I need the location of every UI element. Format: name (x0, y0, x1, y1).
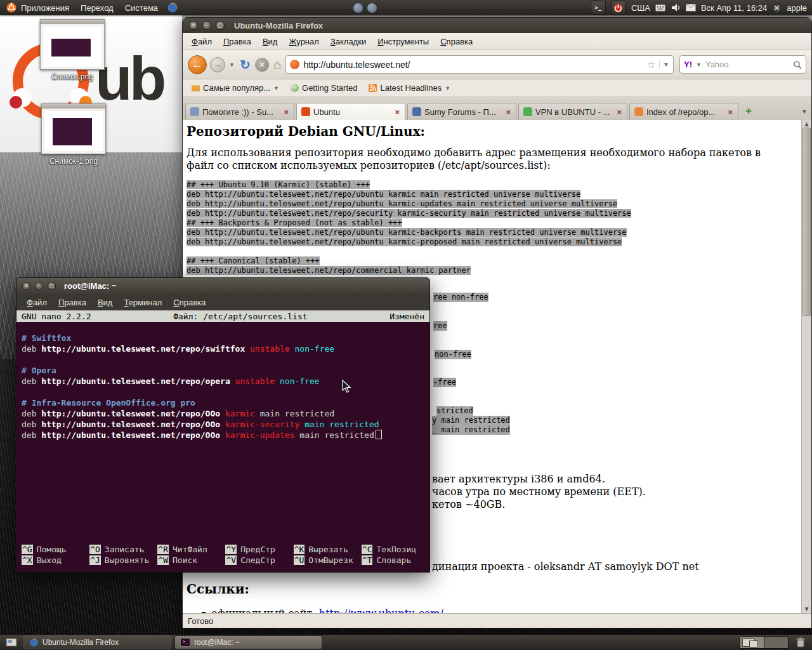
history-dropdown-icon[interactable]: ▼ (228, 62, 235, 68)
home-button[interactable]: ⌂ (272, 57, 283, 72)
terminal-menu-item[interactable]: Терминал (119, 296, 167, 309)
nano-editor-area[interactable]: # Swiftfoxdeb http://ubuntu.telesweet.ne… (16, 322, 429, 543)
screenshot-thumbnail (40, 19, 105, 70)
search-bar[interactable]: Y! ▼ Yahoo (679, 55, 806, 74)
bookmark-latest-headlines[interactable]: Latest Headlines ▼ (365, 82, 454, 94)
terminal-menu-item[interactable]: Вид (93, 296, 118, 309)
show-desktop-icon (6, 638, 17, 647)
window-close-button[interactable]: ✕ (22, 282, 30, 290)
firefox-menu-item[interactable]: Файл (187, 35, 217, 48)
tab[interactable]: Sumy Forums - П...× (407, 103, 516, 120)
firefox-menu-item[interactable]: Журнал (284, 35, 324, 48)
back-button[interactable]: ← (188, 55, 207, 74)
tab[interactable]: VPN в UBUNTU - ...× (518, 103, 627, 120)
window-close-button[interactable]: ✕ (189, 21, 198, 30)
search-placeholder[interactable]: Yahoo (705, 60, 790, 69)
new-tab-button[interactable]: + (740, 104, 757, 118)
terminal-menu-item[interactable]: Файл (22, 296, 52, 309)
tab-close-button[interactable]: × (283, 107, 289, 117)
layout-switch-icon[interactable] (655, 4, 665, 11)
taskbar-item-terminal[interactable]: >_ root@iMac: ~ (174, 635, 322, 649)
window-maximize-button[interactable]: ▢ (216, 21, 225, 30)
firefox-menu-item[interactable]: Инструменты (372, 35, 434, 48)
workspace-1[interactable] (740, 637, 764, 648)
taskbar-item-firefox[interactable]: Ubuntu-Mozilla Firefox (23, 635, 171, 649)
show-desktop-button[interactable] (3, 638, 20, 647)
places-menu[interactable]: Переход (75, 0, 119, 15)
firefox-menu-item[interactable]: Справка (435, 35, 478, 48)
search-engine-dropdown-icon[interactable]: ▼ (695, 62, 702, 68)
panel-applet-icons (353, 3, 377, 13)
terminal-window: ✕ − ▢ root@iMac: ~ ФайлПравкаВидТерминал… (16, 277, 430, 573)
code-line (187, 247, 806, 256)
applications-menu[interactable]: Приложения (0, 0, 75, 15)
firefox-titlebar[interactable]: ✕ − ▢ Ubuntu-Mozilla Firefox (183, 18, 811, 33)
urlbar-dropdown-icon[interactable]: ▼ (659, 61, 669, 68)
window-minimize-button[interactable]: − (35, 282, 43, 290)
vertical-scrollbar[interactable]: ▲ ▼ (801, 120, 811, 613)
workspace-switcher (740, 636, 789, 649)
workspace-2[interactable] (764, 637, 788, 648)
occluded-text-fragment: ree (433, 321, 447, 331)
code-line: ## +++ Ubuntu 9.10 (Karmic) (stable) +++ (187, 180, 806, 190)
occluded-text-fragment: stricted (436, 406, 473, 416)
user-status-icon[interactable] (772, 3, 782, 13)
reload-button[interactable]: ↻ (239, 57, 252, 72)
terminal-line: # Infra-Resource OpenOffice.org pro (22, 397, 429, 408)
tab[interactable]: Index of /repo/op...× (629, 103, 738, 120)
tab[interactable]: Помогите :)) - Su...× (185, 103, 294, 120)
firefox-menu-item[interactable]: Вид (258, 35, 283, 48)
panel-applet-icon[interactable] (367, 3, 377, 13)
clock[interactable]: Вск Апр 11, 16:24 (701, 3, 767, 13)
scroll-down-arrow[interactable]: ▼ (802, 606, 811, 612)
volume-icon[interactable] (671, 3, 681, 13)
ubuntu-site-link[interactable]: http://www.ubuntu.com/ (319, 607, 443, 613)
desktop-icon-label: Снимок.png (30, 72, 114, 81)
scrollbar-thumb[interactable] (802, 128, 811, 316)
user-menu[interactable]: apple (787, 3, 807, 13)
power-icon (613, 3, 623, 13)
scroll-up-arrow[interactable]: ▲ (802, 121, 811, 127)
terminal-launcher[interactable]: >_ (591, 1, 606, 15)
url-text[interactable]: http://ubuntu.telesweet.net/ (303, 60, 410, 70)
occluded-text-fragment: кетов ~40GB. (432, 498, 505, 510)
search-magnifier-icon[interactable] (793, 60, 802, 69)
bookmark-star-icon[interactable]: ☆ (647, 59, 655, 70)
bookmark-getting-started[interactable]: Getting Started (287, 82, 361, 94)
tab-close-button[interactable]: × (616, 107, 622, 117)
trash-applet[interactable] (792, 637, 809, 648)
firefox-menu-item[interactable]: Закладки (325, 35, 371, 48)
firefox-launcher[interactable] (164, 2, 181, 13)
nano-shortcut: ^GПомощь (22, 544, 87, 555)
keyboard-layout-indicator[interactable]: США (631, 3, 650, 13)
bookmark-most-visited[interactable]: Самые популяр... ▼ (188, 82, 283, 94)
nano-shortcut: ^CТекПозиц (362, 544, 427, 555)
panel-applet-icon[interactable] (353, 3, 363, 13)
terminal-titlebar[interactable]: ✕ − ▢ root@iMac: ~ (16, 278, 429, 294)
shutdown-button[interactable] (611, 1, 626, 15)
tab-close-button[interactable]: × (727, 107, 733, 117)
window-maximize-button[interactable]: ▢ (48, 282, 56, 290)
url-bar[interactable]: http://ubuntu.telesweet.net/ ☆ ▼ (285, 55, 674, 74)
tab-close-button[interactable]: × (394, 107, 400, 117)
tab-list-dropdown-icon[interactable]: ▼ (801, 108, 808, 115)
system-menu[interactable]: Система (119, 0, 164, 15)
terminal-menu-item[interactable]: Правка (53, 296, 91, 309)
desktop-icon-screenshot-1[interactable]: Снимок.png (30, 19, 114, 81)
tab[interactable]: Ubuntu× (296, 103, 405, 120)
mail-indicator-icon[interactable] (686, 4, 696, 11)
terminal-menu-item[interactable]: Справка (168, 296, 211, 309)
rss-feed-icon (369, 84, 377, 92)
nano-shortcut: ^VСледСтр (225, 555, 291, 566)
window-minimize-button[interactable]: − (202, 21, 211, 30)
firefox-menu-item[interactable]: Правка (218, 35, 256, 48)
tab-close-button[interactable]: × (505, 107, 511, 117)
desktop-icon-screenshot-2[interactable]: Снимок-1.png (32, 103, 115, 166)
terminal-line (22, 354, 429, 365)
yahoo-engine-icon[interactable]: Y! (684, 60, 692, 69)
code-line: deb http://ubuntu.telesweet.net/repo/ubu… (187, 199, 806, 209)
taskbar-item-label: root@iMac: ~ (194, 638, 240, 647)
terminal-line: deb http://ubuntu.telesweet.net/repo/OOo… (22, 419, 429, 430)
forward-button[interactable]: → (210, 57, 225, 72)
stop-button[interactable]: ✕ (255, 58, 269, 72)
